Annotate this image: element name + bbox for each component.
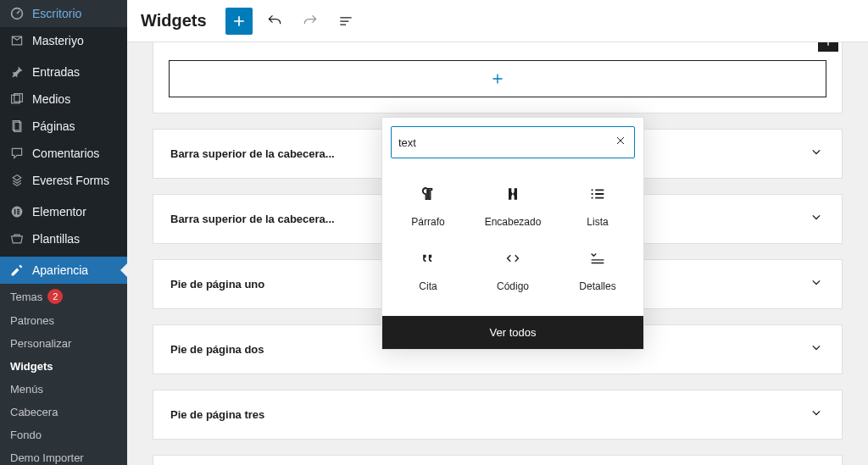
inserter-search-input[interactable] [398, 136, 614, 149]
sidebar-item-medios[interactable]: Medios [0, 86, 127, 113]
block-option-cita[interactable]: Cita [386, 238, 470, 302]
sidebar-item-label: Masteriyo [32, 34, 84, 47]
sub-item-patrones[interactable]: Patrones [0, 309, 127, 332]
plus-icon [821, 42, 835, 48]
templates-icon [8, 232, 25, 246]
sub-item-widgets[interactable]: Widgets [0, 355, 127, 378]
list-view-icon [337, 13, 354, 30]
block-option-codigo[interactable]: Código [470, 238, 555, 302]
inline-add-block-button[interactable] [818, 42, 838, 52]
widget-area-name: Pie de página tres [170, 408, 264, 421]
redo-icon [302, 13, 319, 30]
sub-item-label: Temas [10, 291, 42, 303]
paragraph-icon [419, 184, 437, 204]
block-label: Encabezado [485, 216, 542, 228]
sidebar-item-label: Páginas [32, 119, 75, 133]
chevron-down-icon [808, 143, 825, 164]
plus-icon [488, 69, 507, 88]
sidebar-item-label: Escritorio [32, 7, 81, 20]
sub-item-label: Cabecera [10, 406, 58, 418]
update-badge: 2 [47, 289, 63, 304]
redo-button[interactable] [297, 8, 324, 35]
comments-icon [8, 147, 25, 160]
sidebar-item-elementor[interactable]: Elementor [0, 198, 127, 225]
details-icon [588, 248, 607, 268]
quote-icon [420, 248, 437, 268]
undo-button[interactable] [261, 8, 288, 35]
list-view-button[interactable] [332, 8, 359, 35]
sidebar-item-everest-forms[interactable]: Everest Forms [0, 167, 127, 194]
widget-area[interactable]: Pie de página tres [153, 390, 843, 440]
pin-icon [8, 65, 25, 79]
chevron-down-icon [808, 208, 825, 230]
chevron-down-icon [808, 274, 825, 295]
heading-icon [504, 184, 521, 204]
sub-item-label: Menús [10, 383, 43, 396]
sidebar-item-plantillas[interactable]: Plantillas [0, 225, 127, 252]
sidebar-item-label: Plantillas [32, 232, 80, 246]
widget-area-name: Barra superior de la cabecera... [170, 147, 335, 160]
clear-search-button[interactable] [614, 134, 627, 151]
close-icon [614, 134, 627, 147]
sub-item-label: Widgets [10, 360, 53, 373]
sidebar-item-apariencia[interactable]: Apariencia [0, 257, 127, 284]
sub-item-label: Personalizar [10, 337, 71, 350]
inserter-search-wrap [391, 126, 635, 158]
sidebar-submenu: Temas 2 Patrones Personalizar Widgets Me… [0, 284, 127, 465]
sub-item-temas[interactable]: Temas 2 [0, 284, 127, 309]
block-option-detalles[interactable]: Detalles [555, 238, 640, 302]
widget-area[interactable]: Pie de página cuatro [153, 455, 843, 465]
svg-rect-6 [14, 209, 16, 214]
masteriyo-icon [8, 34, 25, 47]
block-option-lista[interactable]: Lista [555, 174, 640, 238]
sub-item-label: Fondo [10, 429, 42, 441]
sub-item-demo-importer[interactable]: Demo Importer [0, 446, 127, 465]
sidebar-item-label: Medios [32, 92, 70, 106]
media-icon [8, 92, 25, 106]
sub-item-label: Demo Importer [10, 451, 84, 464]
sidebar-item-masteriyo[interactable]: Masteriyo [0, 27, 127, 54]
dashboard-icon [8, 7, 25, 20]
block-label: Código [497, 280, 529, 292]
block-option-parrafo[interactable]: Párrafo [386, 174, 470, 238]
elementor-icon [8, 205, 25, 219]
widget-area-expanded [153, 42, 843, 113]
block-label: Párrafo [411, 216, 444, 228]
list-icon [588, 184, 607, 204]
sidebar-item-paginas[interactable]: Páginas [0, 113, 127, 140]
svg-rect-7 [17, 209, 19, 211]
svg-rect-9 [17, 213, 19, 215]
sidebar-item-label: Elementor [32, 205, 86, 219]
sidebar-item-label: Comentarios [32, 147, 99, 160]
editor-topbar: Widgets [127, 0, 868, 42]
block-label: Lista [587, 216, 608, 228]
widget-area-header[interactable]: Pie de página tres [153, 390, 842, 439]
sidebar-item-label: Apariencia [32, 263, 88, 277]
add-block-button[interactable] [225, 8, 253, 35]
sub-item-cabecera[interactable]: Cabecera [0, 401, 127, 423]
sub-item-fondo[interactable]: Fondo [0, 423, 127, 446]
plus-icon [231, 13, 248, 30]
svg-rect-8 [17, 211, 19, 213]
chevron-down-icon [808, 339, 825, 360]
chevron-down-icon [808, 404, 825, 425]
widget-area-name: Pie de página dos [170, 343, 264, 356]
block-appender[interactable] [169, 60, 826, 97]
code-icon [504, 248, 522, 268]
block-label: Cita [419, 280, 437, 292]
sub-item-menus[interactable]: Menús [0, 378, 127, 401]
block-inserter-popover: Párrafo Encabezado Lista Cita Código Det… [381, 117, 644, 350]
appearance-icon [8, 263, 25, 277]
widget-area-header[interactable]: Pie de página cuatro [153, 456, 842, 465]
sidebar-item-escritorio[interactable]: Escritorio [0, 0, 127, 27]
pages-icon [8, 119, 25, 133]
sidebar-item-entradas[interactable]: Entradas [0, 58, 127, 86]
forms-icon [8, 174, 25, 187]
sidebar-item-comentarios[interactable]: Comentarios [0, 140, 127, 167]
admin-sidebar: Escritorio Masteriyo Entradas Medios Pág… [0, 0, 127, 465]
block-option-encabezado[interactable]: Encabezado [470, 174, 555, 238]
inserter-browse-all-button[interactable]: Ver todos [382, 316, 643, 349]
widget-area-name: Pie de página uno [170, 278, 264, 291]
sub-item-personalizar[interactable]: Personalizar [0, 332, 127, 355]
sidebar-item-label: Everest Forms [32, 174, 109, 187]
